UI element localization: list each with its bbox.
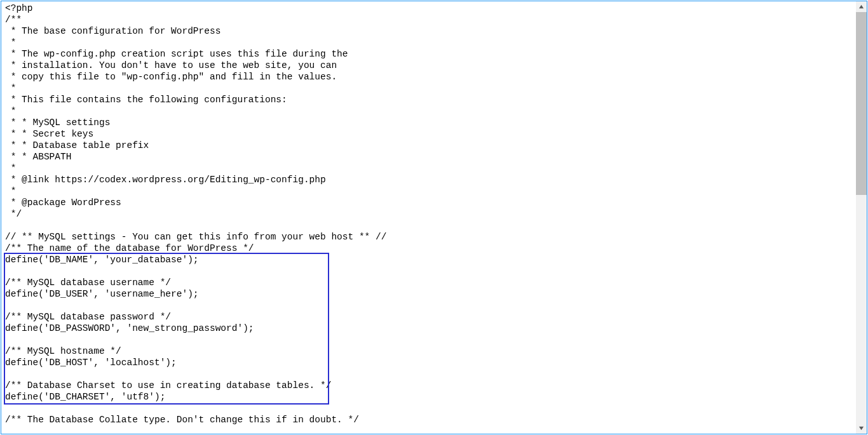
code-viewport: <?php /** * The base configuration for W… [1, 1, 856, 434]
code-content: <?php /** * The base configuration for W… [1, 1, 856, 429]
chevron-down-icon [858, 425, 864, 431]
scrollbar-thumb[interactable] [856, 12, 867, 195]
chevron-up-icon [858, 4, 864, 10]
vertical-scrollbar[interactable] [856, 1, 867, 434]
annotation-arrow [1, 429, 856, 434]
editor-window: <?php /** * The base configuration for W… [1, 1, 867, 434]
scroll-down-button[interactable] [856, 423, 867, 434]
svg-marker-3 [859, 427, 864, 430]
svg-marker-2 [859, 5, 864, 8]
scroll-up-button[interactable] [856, 1, 867, 12]
